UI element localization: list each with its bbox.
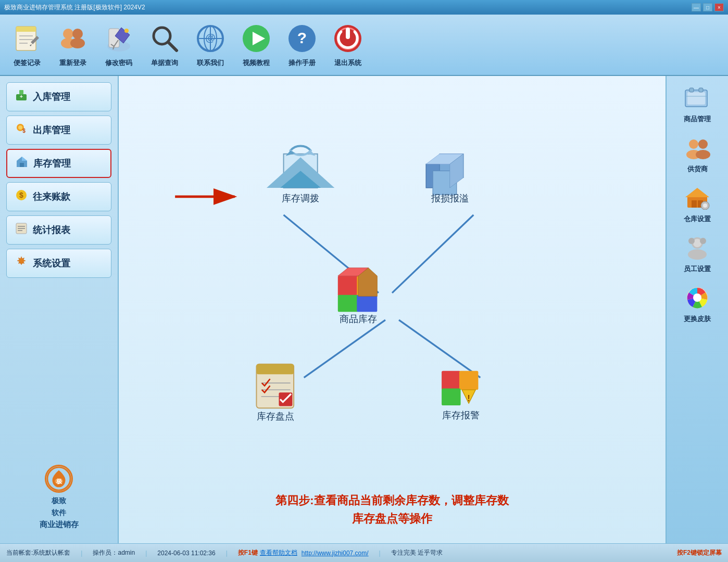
svg-line-16 (168, 42, 177, 50)
exit-label: 退出系统 (334, 58, 361, 68)
f1-key: 按F1键 (238, 548, 258, 557)
svg-rect-80 (442, 371, 460, 390)
svg-marker-36 (22, 157, 27, 161)
left-sidebar: + 入库管理 $ 出库管理 库存管理 $ 往来账款 (0, 76, 119, 543)
manual-icon: ? (285, 22, 319, 55)
staff-icon (682, 234, 712, 261)
slogan: 专注完美 近乎苛求 (391, 548, 443, 557)
svg-text:商品库存: 商品库存 (340, 313, 377, 324)
query-button[interactable]: 单据查询 (146, 22, 183, 68)
window-controls[interactable]: — □ × (692, 3, 724, 11)
sidebar-item-accounts[interactable]: $ 往来账款 (6, 182, 111, 211)
svg-rect-66 (338, 276, 358, 296)
query-icon (148, 22, 181, 55)
note-label: 便签记录 (14, 58, 41, 68)
goods-label: 商品管理 (684, 114, 711, 124)
sidebar-item-inventory[interactable]: 库存管理 (6, 149, 111, 178)
svg-text:库存报警: 库存报警 (442, 410, 480, 420)
f1-link-text[interactable]: 查看帮助文档 (260, 548, 297, 557)
logo-company: 极致 软件 (52, 495, 66, 518)
svg-marker-96 (685, 188, 709, 197)
svg-line-51 (399, 320, 480, 378)
svg-text:$: $ (19, 191, 23, 199)
description-text: 第四步:查看商品当前剩余库存数，调整库存数 库存盘点等操作 (275, 491, 508, 533)
sidebar-outbound-label: 出库管理 (33, 124, 70, 136)
skin-icon (682, 284, 712, 311)
title-text: 极致商业进销存管理系统 注册版[极致软件] 2024V2 (4, 3, 145, 12)
password-label: 修改密码 (105, 58, 132, 68)
diagram-svg: 库存调拨 报损报溢 (134, 86, 650, 486)
svg-rect-69 (357, 295, 377, 312)
relogin-icon (56, 22, 90, 55)
supplier-label: 供货商 (687, 164, 708, 174)
svg-rect-89 (699, 88, 703, 92)
svg-rect-28 (346, 28, 350, 39)
relogin-button[interactable]: 重新登录 (54, 22, 92, 68)
status-bar: 当前帐套:系统默认帐套 | 操作员：admin | 2024-06-03 11:… (0, 543, 728, 562)
query-label: 单据查询 (151, 58, 178, 68)
node-transfer[interactable]: 库存调拨 (267, 146, 334, 203)
svg-text:库存调拨: 库存调拨 (282, 193, 319, 203)
reports-icon (15, 222, 28, 238)
note-button[interactable]: 便签记录 (8, 22, 46, 68)
manual-button[interactable]: ? 操作手册 (283, 22, 321, 68)
password-button[interactable]: 修改密码 (100, 22, 137, 68)
svg-text:极: 极 (56, 478, 62, 484)
svg-point-11 (124, 29, 129, 33)
maximize-btn[interactable]: □ (703, 3, 712, 11)
exit-button[interactable]: 退出系统 (329, 22, 367, 68)
diagram: 库存调拨 报损报溢 (134, 86, 650, 486)
svg-rect-37 (20, 163, 24, 167)
right-sidebar: 商品管理 供货商 (666, 76, 728, 543)
svg-rect-74 (256, 364, 294, 375)
close-btn[interactable]: × (714, 3, 724, 11)
svg-line-49 (392, 215, 473, 293)
sidebar-reports-label: 统计报表 (33, 224, 70, 236)
desc-line2: 库存盘点等操作 (275, 509, 508, 528)
note-icon (10, 22, 44, 55)
svg-point-93 (698, 139, 708, 149)
svg-text:$: $ (22, 128, 26, 134)
help-text: 按F1键 查看帮助文档 http://www.jizhi007.com/ (238, 548, 369, 557)
sidebar-item-reports[interactable]: 统计报表 (6, 215, 111, 245)
node-count[interactable]: 库存盘点 (256, 364, 294, 422)
sidebar-item-outbound[interactable]: $ 出库管理 (6, 116, 111, 145)
right-item-goods[interactable]: 商品管理 (682, 84, 712, 124)
svg-rect-81 (459, 371, 478, 390)
manual-label: 操作手册 (288, 58, 316, 68)
right-item-warehouse[interactable]: 仓库设置 (682, 184, 712, 224)
svg-point-100 (703, 203, 707, 208)
supplier-icon (682, 134, 712, 161)
right-item-supplier[interactable]: 供货商 (682, 134, 712, 174)
minimize-btn[interactable]: — (692, 3, 701, 11)
right-item-staff[interactable]: 员工设置 (682, 234, 712, 274)
contact-button[interactable]: @ 联系我们 (192, 22, 229, 68)
sidebar-item-inbound[interactable]: + 入库管理 (6, 82, 111, 111)
video-button[interactable]: 视频教程 (237, 22, 275, 68)
svg-rect-97 (692, 200, 697, 208)
settings-icon (15, 256, 28, 271)
svg-text:?: ? (297, 29, 307, 46)
node-loss[interactable]: 报损报溢 (426, 154, 469, 203)
outbound-icon: $ (15, 122, 28, 138)
node-stock[interactable]: 商品库存 (338, 268, 378, 324)
exit-icon (331, 22, 365, 55)
svg-point-8 (70, 38, 85, 48)
website[interactable]: http://www.jizhi007.com/ (302, 550, 369, 557)
contact-label: 联系我们 (197, 58, 224, 68)
svg-text:@: @ (205, 32, 216, 43)
svg-rect-88 (689, 88, 694, 92)
svg-text:!: ! (468, 394, 470, 403)
sidebar-logo: 极 极致 软件 商业进销存 (6, 458, 111, 537)
video-label: 视频教程 (243, 58, 270, 68)
sidebar-item-settings[interactable]: 系统设置 (6, 249, 111, 278)
node-alert[interactable]: ! 库存报警 (442, 371, 479, 420)
logo-circle: 极 (45, 465, 73, 493)
svg-point-104 (688, 238, 695, 244)
svg-point-105 (700, 238, 706, 244)
svg-point-33 (18, 125, 22, 130)
right-item-skin[interactable]: 更换皮肤 (682, 284, 712, 324)
video-icon (240, 22, 273, 55)
svg-point-103 (688, 249, 707, 260)
password-icon (102, 22, 135, 55)
